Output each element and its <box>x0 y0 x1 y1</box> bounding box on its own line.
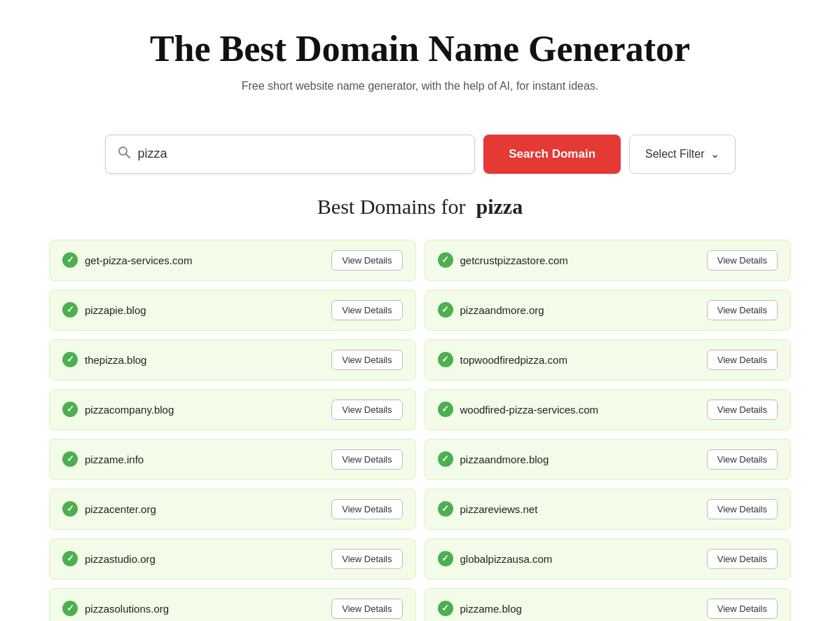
header-section: The Best Domain Name Generator Free shor… <box>42 0 798 107</box>
domain-card: pizzasolutions.org View Details <box>49 588 416 621</box>
search-domain-button[interactable]: Search Domain <box>483 135 621 174</box>
view-details-button[interactable]: View Details <box>331 449 402 470</box>
domain-left: pizzaandmore.blog <box>438 451 549 467</box>
domains-grid: get-pizza-services.com View Details getc… <box>42 240 798 621</box>
domain-name: pizzacenter.org <box>85 503 156 515</box>
available-check-icon <box>62 352 78 367</box>
domain-left: globalpizzausa.com <box>438 551 553 566</box>
available-check-icon <box>62 551 78 566</box>
select-filter-button[interactable]: Select Filter ⌄ <box>629 135 735 174</box>
view-details-button[interactable]: View Details <box>331 300 402 320</box>
domain-name: pizzaandmore.org <box>460 304 544 316</box>
domain-name: globalpizzausa.com <box>460 553 553 565</box>
domain-card: pizzame.blog View Details <box>425 588 792 621</box>
domain-left: pizzasolutions.org <box>62 601 169 616</box>
view-details-button[interactable]: View Details <box>707 449 778 470</box>
domain-name: pizzacompany.blog <box>85 404 174 416</box>
search-input[interactable] <box>138 146 464 161</box>
domain-card: thepizza.blog View Details <box>49 339 416 381</box>
available-check-icon <box>438 601 453 616</box>
results-title-prefix: Best Domains for <box>317 195 466 218</box>
filter-label: Select Filter <box>645 148 704 161</box>
domain-left: pizzacompany.blog <box>62 402 174 417</box>
results-keyword: pizza <box>476 195 523 218</box>
view-details-button[interactable]: View Details <box>331 599 402 619</box>
domain-card: woodfired-pizza-services.com View Detail… <box>425 389 792 430</box>
view-details-button[interactable]: View Details <box>707 599 778 619</box>
domain-card: getcrustpizzastore.com View Details <box>425 240 792 281</box>
domain-card: pizzareviews.net View Details <box>425 489 792 530</box>
view-details-button[interactable]: View Details <box>331 400 402 420</box>
domain-card: pizzapie.blog View Details <box>49 289 416 331</box>
view-details-button[interactable]: View Details <box>707 400 778 420</box>
domain-left: thepizza.blog <box>62 352 146 367</box>
available-check-icon <box>438 402 453 417</box>
domain-left: topwoodfiredpizza.com <box>438 352 567 367</box>
domain-name: pizzaandmore.blog <box>460 453 549 465</box>
search-section: Search Domain Select Filter ⌄ <box>105 135 736 174</box>
domain-left: getcrustpizzastore.com <box>438 252 568 268</box>
search-icon <box>117 145 131 163</box>
chevron-down-icon: ⌄ <box>710 147 719 161</box>
domain-name: pizzapie.blog <box>85 304 146 316</box>
results-title: Best Domains for pizza <box>42 195 798 219</box>
domain-name: pizzame.blog <box>460 603 522 615</box>
domain-name: pizzame.info <box>85 453 144 465</box>
page-subtitle: Free short website name generator, with … <box>42 80 798 93</box>
page-title: The Best Domain Name Generator <box>42 28 798 70</box>
view-details-button[interactable]: View Details <box>707 350 778 370</box>
available-check-icon <box>62 302 78 318</box>
svg-line-1 <box>125 154 130 158</box>
domain-left: pizzacenter.org <box>62 501 156 517</box>
view-details-button[interactable]: View Details <box>707 250 778 271</box>
domain-card: globalpizzausa.com View Details <box>425 538 792 580</box>
domain-left: woodfired-pizza-services.com <box>438 402 599 417</box>
domain-card: pizzastudio.org View Details <box>49 538 416 580</box>
domain-name: woodfired-pizza-services.com <box>460 404 599 416</box>
domain-name: pizzasolutions.org <box>85 603 169 615</box>
domain-name: topwoodfiredpizza.com <box>460 354 567 366</box>
view-details-button[interactable]: View Details <box>707 549 778 569</box>
available-check-icon <box>62 451 78 467</box>
available-check-icon <box>438 501 453 517</box>
available-check-icon <box>438 451 453 467</box>
domain-name: pizzastudio.org <box>85 553 156 565</box>
available-check-icon <box>62 252 78 268</box>
available-check-icon <box>438 302 453 318</box>
available-check-icon <box>62 501 78 517</box>
view-details-button[interactable]: View Details <box>331 250 402 271</box>
domain-left: pizzareviews.net <box>438 501 538 517</box>
domain-name: get-pizza-services.com <box>85 254 192 266</box>
available-check-icon <box>438 352 453 367</box>
domain-card: pizzacenter.org View Details <box>49 489 416 530</box>
search-box <box>105 135 476 174</box>
view-details-button[interactable]: View Details <box>707 300 778 320</box>
available-check-icon <box>438 252 453 268</box>
domain-card: topwoodfiredpizza.com View Details <box>425 339 792 381</box>
available-check-icon <box>62 601 78 616</box>
available-check-icon <box>62 402 78 417</box>
domain-card: pizzaandmore.org View Details <box>425 289 792 331</box>
domain-left: pizzaandmore.org <box>438 302 544 318</box>
domain-card: pizzacompany.blog View Details <box>49 389 416 430</box>
view-details-button[interactable]: View Details <box>331 549 402 569</box>
domain-left: pizzapie.blog <box>62 302 146 318</box>
available-check-icon <box>438 551 453 566</box>
view-details-button[interactable]: View Details <box>707 499 778 519</box>
domain-left: get-pizza-services.com <box>62 252 192 268</box>
domain-card: pizzame.info View Details <box>49 439 416 480</box>
domain-name: thepizza.blog <box>85 354 146 366</box>
domain-left: pizzame.blog <box>438 601 522 616</box>
domain-card: pizzaandmore.blog View Details <box>425 439 792 480</box>
view-details-button[interactable]: View Details <box>331 499 402 519</box>
view-details-button[interactable]: View Details <box>331 350 402 370</box>
domain-left: pizzame.info <box>62 451 144 467</box>
domain-name: getcrustpizzastore.com <box>460 254 568 266</box>
domain-name: pizzareviews.net <box>460 503 538 515</box>
domain-card: get-pizza-services.com View Details <box>49 240 416 281</box>
domain-left: pizzastudio.org <box>62 551 156 566</box>
